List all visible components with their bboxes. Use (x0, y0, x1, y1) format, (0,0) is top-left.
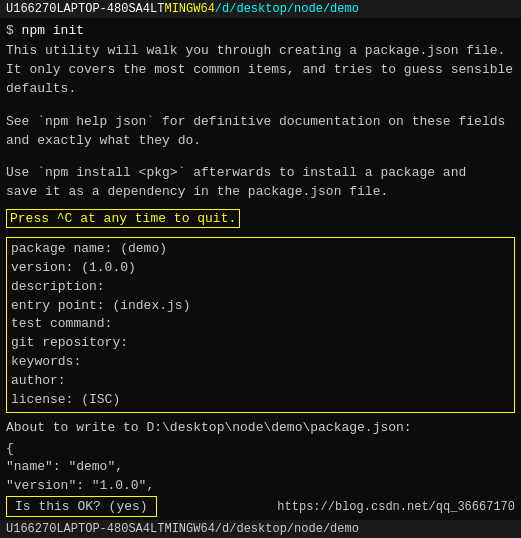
json-line-3: "version": "1.0.0", (6, 477, 515, 493)
input-line-4: entry point: (index.js) (11, 297, 510, 316)
prompt-symbol: $ (6, 23, 22, 38)
blank-2 (6, 150, 515, 164)
title-shell: MINGW64 (164, 2, 214, 16)
json-line-2: "name": "demo", (6, 458, 515, 477)
input-line-3: description: (11, 278, 510, 297)
input-line-9: license: (ISC) (11, 391, 510, 410)
input-line-2: version: (1.0.0) (11, 259, 510, 278)
bottom-title-bar: U166270LAPTOP-480SA4LT MINGW64 /d/deskto… (0, 520, 521, 538)
title-bar: U166270LAPTOP-480SA4LT MINGW64 /d/deskto… (0, 0, 521, 18)
bottom-shell: MINGW64 (164, 522, 214, 536)
input-line-6: git repository: (11, 334, 510, 353)
info-line-1: This utility will walk you through creat… (6, 42, 515, 61)
input-box[interactable]: package name: (demo) version: (1.0.0) de… (6, 237, 515, 413)
input-line-1: package name: (demo) (11, 240, 510, 259)
input-line-5: test command: (11, 315, 510, 334)
about-line: About to write to D:\desktop\node\demo\p… (6, 419, 515, 438)
bottom-bar: Is this OK? (yes) https://blog.csdn.net/… (0, 493, 521, 520)
info-line-3: See `npm help json` for definitive docum… (6, 113, 515, 132)
info-line-2: It only covers the most common items, an… (6, 61, 515, 99)
title-user: U166270LAPTOP-480SA4LT (6, 2, 164, 16)
ok-prompt[interactable]: Is this OK? (yes) (6, 496, 157, 517)
json-output: { "name": "demo", "version": "1.0.0", "d… (6, 440, 515, 493)
bottom-user: U166270LAPTOP-480SA4LT (6, 522, 164, 536)
input-line-8: author: (11, 372, 510, 391)
press-notice: Press ^C at any time to quit. (6, 209, 240, 228)
npm-command: npm init (22, 23, 84, 38)
command-line: $ npm init (6, 22, 515, 40)
press-notice-container: Press ^C at any time to quit. (6, 206, 515, 231)
info-line-4: and exactly what they do. (6, 132, 515, 151)
info-line-6: save it as a dependency in the package.j… (6, 183, 515, 202)
terminal-window: U166270LAPTOP-480SA4LT MINGW64 /d/deskto… (0, 0, 521, 538)
input-line-7: keywords: (11, 353, 510, 372)
blog-url: https://blog.csdn.net/qq_36667170 (277, 500, 515, 514)
bottom-path: /d/desktop/node/demo (215, 522, 359, 536)
blank-1 (6, 99, 515, 113)
terminal-body: $ npm init This utility will walk you th… (0, 18, 521, 493)
title-path: /d/desktop/node/demo (215, 2, 359, 16)
info-line-5: Use `npm install <pkg>` afterwards to in… (6, 164, 515, 183)
info-block: This utility will walk you through creat… (6, 42, 515, 202)
json-line-1: { (6, 440, 515, 459)
